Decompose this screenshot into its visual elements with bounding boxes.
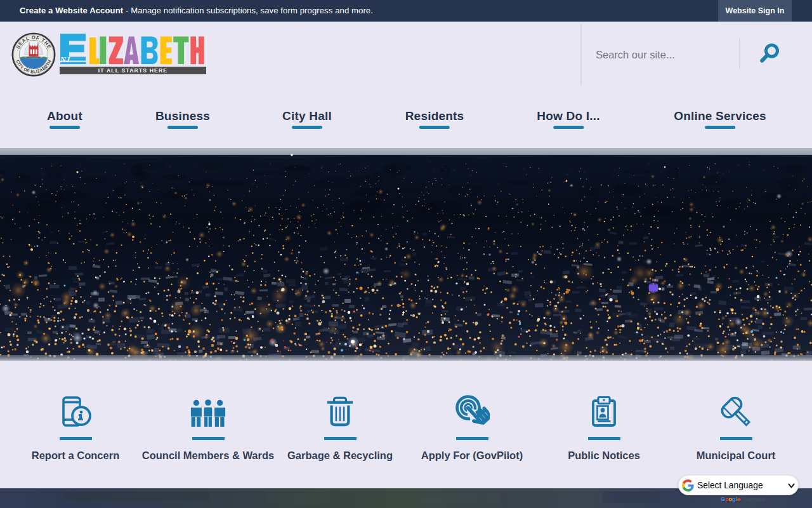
svg-text:NJ: NJ <box>60 55 70 64</box>
